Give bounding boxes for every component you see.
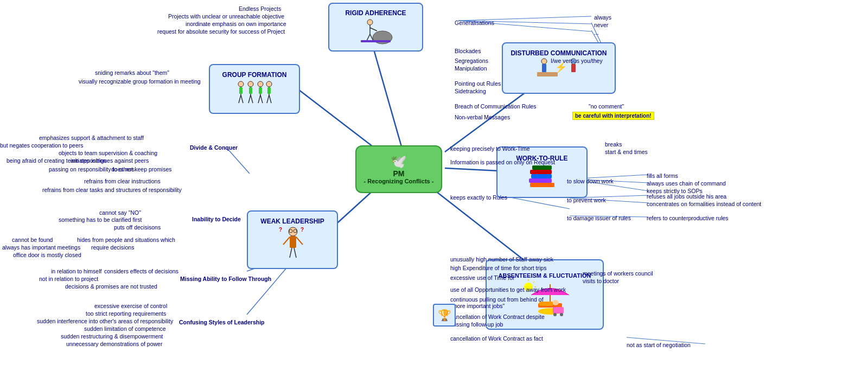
label-segregations: Segregations xyxy=(455,57,488,64)
label-breaks: breaks xyxy=(605,141,622,148)
label-missing-followup: missing follow-up job xyxy=(450,321,503,328)
svg-point-29 xyxy=(367,20,373,25)
label-putoff: puts off decisisons xyxy=(114,224,161,231)
svg-point-87 xyxy=(560,313,563,316)
svg-line-1 xyxy=(298,89,380,152)
label-no: cannot say "NO" xyxy=(99,209,141,216)
label-meetings-wc: meetings of workers council xyxy=(583,270,653,277)
label-sudden-rest: sudden restructuring & disempowerment xyxy=(61,333,163,340)
node-group-label: GROUP FORMATION xyxy=(222,71,287,79)
svg-line-38 xyxy=(241,95,243,103)
svg-point-55 xyxy=(289,227,297,236)
label-inability: Inability to Decide xyxy=(192,216,241,222)
label-damage: to damage issuer of rules xyxy=(567,215,631,221)
label-unnecessary: unnecessary demonstrations of power xyxy=(66,341,162,347)
label-continuous: continuous pulling out from behind of xyxy=(450,296,544,303)
central-subtitle: - Recognizing Conflicts - xyxy=(364,178,434,184)
label-divide: Divide & Conquer xyxy=(190,144,238,151)
label-information: Information is passed on only on Request xyxy=(450,159,555,165)
svg-rect-34 xyxy=(361,40,391,42)
svg-point-35 xyxy=(238,81,244,87)
label-generalisations: Generalisations xyxy=(455,20,494,26)
label-inhimself: in relation to himself xyxy=(51,268,101,274)
label-fills: fills all forms xyxy=(647,172,678,179)
label-concentrates: concentrates on formalities instead of c… xyxy=(647,201,761,207)
label-inordinate: inordinate emphasis on own importance xyxy=(186,21,286,27)
svg-line-45 xyxy=(258,95,260,103)
label-high-exp: high Expenditure of time for short trips xyxy=(450,265,546,271)
label-cancel-fact: cancellation of Work Contract as fact xyxy=(450,335,543,342)
node-rigid: RIGID ADHERENCE xyxy=(328,3,423,52)
svg-rect-72 xyxy=(529,178,552,183)
label-prevent: to prevent work xyxy=(567,197,606,203)
svg-rect-51 xyxy=(239,87,242,94)
label-objects: objects to team supervision & coaching xyxy=(59,150,157,156)
svg-text:?: ? xyxy=(301,227,304,233)
label-dots: ... xyxy=(594,29,599,36)
label-negates: but negates cooperation to peers xyxy=(0,142,84,149)
label-more-important: "more important jobs" xyxy=(450,303,505,309)
svg-point-86 xyxy=(553,313,557,316)
label-excessive: excessive exercise of control xyxy=(94,303,167,309)
svg-rect-75 xyxy=(532,165,552,170)
label-visually: visually recognizable group formation in… xyxy=(79,78,201,85)
svg-rect-52 xyxy=(249,87,252,94)
label-cannotfound: cannot be found xyxy=(12,236,53,243)
label-notproject: not in relation to project xyxy=(39,276,98,282)
svg-line-46 xyxy=(260,95,263,103)
label-nocomment: "no comment" xyxy=(589,103,624,110)
label-refuses: refuses all jobs outside his area xyxy=(647,193,726,200)
small-icon-center: 🏆 xyxy=(433,304,456,327)
svg-line-49 xyxy=(267,95,269,103)
svg-rect-69 xyxy=(571,64,576,72)
node-workrule: WORK-TO-RULE xyxy=(496,146,588,198)
svg-rect-66 xyxy=(542,64,546,72)
label-confusing: Confusing Styles of Leadership xyxy=(179,319,265,325)
svg-point-47 xyxy=(266,81,272,87)
node-rigid-label: RIGID ADHERENCE xyxy=(345,9,406,17)
svg-rect-56 xyxy=(290,236,296,248)
label-refrains-instr: refrains from clear instructions xyxy=(84,178,161,184)
svg-rect-74 xyxy=(530,170,552,174)
label-hides1: hides from people and situations which xyxy=(77,236,175,243)
svg-line-10 xyxy=(228,149,250,174)
svg-rect-71 xyxy=(530,183,554,187)
workrule-cartoon xyxy=(525,162,560,190)
svg-line-59 xyxy=(290,248,292,258)
svg-line-60 xyxy=(294,248,296,258)
svg-point-65 xyxy=(541,59,547,64)
label-pointing: Pointing out Rules xyxy=(455,80,501,87)
label-intrigues: initiates intrigues against peers xyxy=(71,157,149,164)
label-missing: Missing Ability to Follow Through xyxy=(180,276,271,282)
label-unclear-objective: Projects with unclear or unreachable obj… xyxy=(168,13,284,20)
label-refers: refers to counterproductive rules xyxy=(647,215,729,221)
label-endless-projects: Endless Projects xyxy=(239,5,281,12)
label-promises: does not keep promises xyxy=(111,166,171,172)
label-never: never xyxy=(594,22,608,28)
group-cartoon xyxy=(235,79,273,107)
central-title: PM xyxy=(393,169,405,178)
svg-rect-54 xyxy=(267,87,271,94)
weak-cartoon: ? ? xyxy=(278,225,308,262)
central-icon: 🕊️ xyxy=(391,154,407,169)
svg-line-4 xyxy=(445,168,499,171)
label-slow: to slow down work xyxy=(567,178,614,184)
label-not-start: not as start of negotiation xyxy=(627,342,691,348)
label-manipulation: Manipulation xyxy=(455,65,487,72)
label-startend: start & end times xyxy=(605,149,648,155)
svg-rect-53 xyxy=(259,87,262,94)
label-cancel-despite: cancellation of Work Contract despite xyxy=(450,314,545,320)
central-node: 🕊️ PM - Recognizing Conflicts - xyxy=(355,145,442,193)
svg-rect-73 xyxy=(531,174,552,178)
label-keeps: keeps exactly to Rules xyxy=(450,194,507,201)
node-weak: WEAK LEADERSHIP ? ? xyxy=(247,210,338,269)
label-nonverbal: Non-verbal Messages xyxy=(455,114,510,120)
label-iwe: I/we versus you/they xyxy=(551,57,603,64)
svg-line-42 xyxy=(251,95,253,103)
label-use-opps: use of all Opportunities to get away fro… xyxy=(450,286,566,293)
label-keeping: keeping precisely to Work-Time xyxy=(450,145,529,152)
svg-line-83 xyxy=(533,282,534,283)
rigid-cartoon xyxy=(358,17,393,45)
svg-point-39 xyxy=(248,81,253,87)
label-meetings: always has important meetings xyxy=(2,244,80,251)
